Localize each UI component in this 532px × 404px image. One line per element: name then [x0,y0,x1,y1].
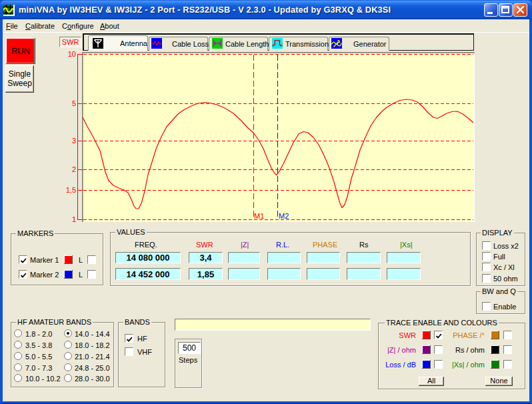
svg-text:1,5: 1,5 [66,186,76,194]
svg-text:3: 3 [72,137,76,145]
svg-text:M1: M1 [254,212,264,220]
svg-text:2: 2 [72,165,76,173]
svg-text:5: 5 [72,99,76,107]
svg-text:1: 1 [72,215,76,223]
svg-text:10: 10 [68,50,76,58]
svg-text:M2: M2 [279,212,289,220]
